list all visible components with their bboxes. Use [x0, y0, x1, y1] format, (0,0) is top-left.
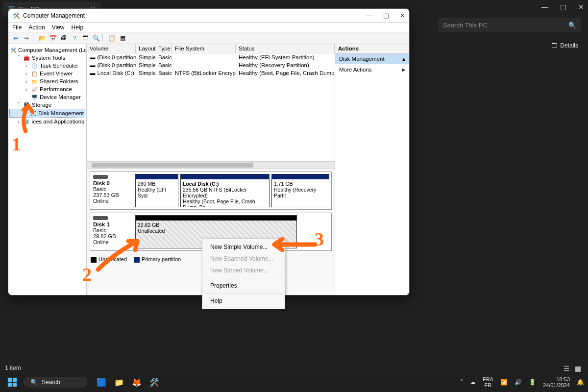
menu-file[interactable]: File: [12, 24, 22, 31]
grid-view-icon[interactable]: ▦: [575, 365, 581, 372]
taskbar-copilot[interactable]: 🟦: [95, 376, 108, 389]
actions-more[interactable]: More Actions ▸: [335, 64, 409, 75]
partition-recovery[interactable]: 1.71 GB Healthy (Recovery Partit: [271, 174, 329, 207]
list-view-icon[interactable]: ☰: [564, 365, 570, 372]
toolbar-help-icon[interactable]: ?: [70, 34, 79, 43]
details-toggle[interactable]: 🗔 Details: [551, 42, 578, 49]
col-volume[interactable]: Volume: [87, 44, 136, 53]
cell: Basic: [155, 54, 172, 61]
tree-event-viewer[interactable]: ›📋Event Viewer: [9, 70, 85, 77]
explorer-minimize-button[interactable]: —: [541, 3, 548, 11]
ctx-help[interactable]: Help: [202, 295, 285, 307]
window-titlebar[interactable]: 🛠️ Computer Management — ▢ ✕: [8, 9, 409, 23]
collapse-icon: ▴: [402, 55, 405, 62]
toolbar-panel1-icon[interactable]: 🗊: [59, 34, 68, 43]
tree-root-label: Computer Management (Local): [18, 47, 87, 53]
col-layout[interactable]: Layout: [136, 44, 155, 53]
search-icon: 🔍: [30, 379, 38, 386]
maximize-button[interactable]: ▢: [383, 12, 389, 19]
tree-system-label: System Tools: [32, 55, 65, 61]
annotation-1: 1: [12, 133, 21, 155]
tray-battery-icon[interactable]: 🔋: [529, 379, 536, 386]
actions-disk-management[interactable]: Disk Management ▴: [335, 53, 409, 64]
chevron-right-icon[interactable]: ›: [24, 63, 29, 69]
partition-efi[interactable]: 260 MB Healthy (EFI Syst: [135, 174, 178, 207]
tray-onedrive-icon[interactable]: ☁: [470, 379, 476, 386]
clock-date: 24/01/2024: [543, 382, 570, 388]
table-row[interactable]: ▬(Disk 0 partition 4) Simple Basic Healt…: [87, 61, 335, 69]
explorer-search-input[interactable]: Search This PC 🔍: [438, 18, 581, 32]
menu-view[interactable]: View: [52, 24, 65, 31]
chevron-right-icon[interactable]: ›: [24, 78, 29, 84]
table-row[interactable]: ▬(Disk 0 partition 1) Simple Basic Healt…: [87, 53, 335, 61]
back-button[interactable]: ⬅: [11, 34, 20, 43]
part-size: 29.82 GB: [138, 222, 294, 228]
legend-label: Primary partition: [142, 256, 181, 262]
chevron-down-icon[interactable]: ˅: [16, 54, 21, 61]
table-row[interactable]: ▬Local Disk (C:) Simple Basic NTFS (BitL…: [87, 69, 335, 77]
start-button[interactable]: [4, 374, 21, 391]
tree-item-label: Event Viewer: [40, 71, 73, 76]
menu-help[interactable]: Help: [72, 24, 84, 31]
explorer-close-button[interactable]: ✕: [578, 3, 584, 11]
part-size: 1.71 GB: [274, 181, 327, 187]
volume-icon: ▬: [90, 54, 96, 60]
taskbar-explorer[interactable]: 📁: [113, 376, 125, 389]
window-title: Computer Management: [23, 12, 85, 19]
disk-type: Basic: [93, 227, 106, 233]
horizontal-scrollbar[interactable]: [87, 161, 335, 168]
disk-0[interactable]: Disk 0 Basic 237.53 GB Online 260 MB Hea…: [90, 172, 332, 210]
minimize-button[interactable]: —: [366, 12, 372, 19]
language-selector[interactable]: FRA FR: [483, 376, 493, 388]
tray-volume-icon[interactable]: 🔊: [514, 379, 522, 386]
tree-root[interactable]: 🛠️ Computer Management (Local): [9, 46, 85, 54]
table-header: Volume Layout Type File System Status: [87, 44, 335, 53]
close-button[interactable]: ✕: [400, 12, 405, 19]
chevron-right-icon[interactable]: ›: [24, 86, 29, 92]
forward-button[interactable]: ➡: [22, 34, 31, 43]
toolbar-refresh-icon[interactable]: 🔍: [92, 34, 100, 43]
taskbar-search[interactable]: 🔍 Search: [24, 377, 87, 388]
search-icon: 🔍: [568, 22, 576, 29]
tray-chevron-icon[interactable]: ˄: [460, 379, 463, 386]
disk-icon: [93, 216, 108, 220]
toolbar-grid-icon[interactable]: ▦: [118, 34, 127, 43]
tree-task-scheduler[interactable]: ›🕓Task Scheduler: [9, 62, 85, 70]
partition-c[interactable]: Local Disk (C:) 235.56 GB NTFS (BitLocke…: [180, 174, 270, 207]
tree-performance[interactable]: ›📈Performance: [9, 85, 85, 93]
chevron-right-icon[interactable]: ›: [24, 71, 29, 76]
col-status[interactable]: Status: [236, 44, 335, 53]
notifications-icon[interactable]: 🔔: [577, 379, 584, 386]
col-type[interactable]: Type: [155, 44, 172, 53]
windows-icon: [7, 377, 18, 388]
tree-shared-folders[interactable]: ›📁Shared Folders: [9, 77, 85, 85]
col-filesystem[interactable]: File System: [172, 44, 236, 53]
tree-device-manager[interactable]: 🖥️Device Manager: [9, 93, 85, 101]
tray-wifi-icon[interactable]: 📶: [500, 379, 508, 386]
toolbar-list-icon[interactable]: 📋: [107, 34, 116, 43]
tree-system-tools[interactable]: ˅ 🧰 System Tools: [9, 54, 85, 62]
cell: Healthy (Recovery Partition): [236, 62, 335, 69]
part-line: 235.56 GB NTFS (BitLocker Encrypted): [183, 187, 267, 198]
part-title: Local Disk (C:): [183, 181, 219, 187]
annotation-3: 3: [315, 228, 324, 250]
taskbar-clock[interactable]: 18:53 24/01/2024: [543, 376, 570, 388]
tree-item-label: Performance: [40, 86, 72, 92]
scroll-thumb[interactable]: [92, 163, 253, 168]
toolbar-explorer-icon[interactable]: 📂: [38, 34, 47, 43]
toolbar-panel2-icon[interactable]: 🗔: [81, 34, 90, 43]
svg-rect-3: [13, 383, 17, 387]
cell: NTFS (BitLocker Encrypted): [172, 70, 236, 76]
cell: [172, 62, 236, 69]
taskbar-mmc[interactable]: 🛠️: [148, 376, 161, 389]
cell: Simple: [136, 70, 155, 76]
details-label: Details: [560, 42, 578, 49]
annotation-arrow-3: [269, 237, 318, 252]
ctx-properties[interactable]: Properties: [202, 280, 285, 292]
taskbar-firefox[interactable]: 🦊: [130, 376, 143, 389]
actions-more-label: More Actions: [339, 67, 371, 73]
menu-action[interactable]: Action: [28, 24, 45, 31]
device-icon: 🖥️: [31, 94, 38, 100]
explorer-maximize-button[interactable]: ▢: [560, 3, 566, 11]
toolbar-calendar-icon[interactable]: 📅: [49, 34, 57, 43]
